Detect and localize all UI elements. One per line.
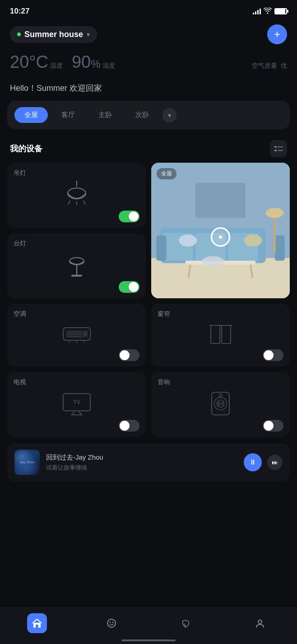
desk-lamp-toggle[interactable]	[119, 281, 139, 293]
tv-icon: TV	[61, 391, 93, 416]
add-button[interactable]: +	[267, 24, 287, 44]
svg-line-10	[84, 201, 85, 204]
status-time: 10:27	[10, 7, 29, 16]
tv-toggle-row	[14, 420, 139, 432]
status-bar: 10:27	[0, 0, 297, 20]
ceiling-light-label: 吊灯	[14, 169, 139, 177]
music-play-pause-button[interactable]: ⏸	[244, 453, 262, 471]
svg-rect-18	[275, 235, 285, 261]
music-player: Jay Zhou 回到过去-Jay Zhou 试着让故事继续 ⏸ ⏭	[7, 443, 290, 481]
home-nav-icon-wrap	[27, 613, 47, 633]
music-album-text: Jay Zhou	[20, 460, 35, 465]
curtain-toggle[interactable]	[263, 349, 283, 361]
svg-rect-28	[195, 183, 246, 218]
battery-icon	[274, 8, 287, 14]
location-name: Summer house	[24, 30, 83, 39]
ac-icon-area	[14, 322, 139, 347]
svg-point-7	[68, 188, 86, 199]
nav-item-face[interactable]	[98, 613, 125, 633]
music-info: 回到过去-Jay Zhou 试着让故事继续	[46, 453, 237, 472]
ac-toggle-row	[14, 349, 139, 361]
curtain-toggle-row	[158, 349, 283, 361]
tv-toggle[interactable]	[119, 420, 139, 432]
ceiling-light-toggle-row	[14, 211, 139, 222]
profile-nav-icon-wrap	[250, 613, 270, 633]
device-card-tv[interactable]: 电视 TV	[7, 372, 146, 437]
temperature-label: 温度	[50, 62, 63, 70]
filter-button[interactable]	[270, 140, 287, 157]
chevron-down-icon: ▾	[87, 31, 90, 38]
nav-item-home[interactable]	[23, 613, 51, 633]
header: Summer house ▾ +	[0, 20, 297, 49]
svg-rect-61	[36, 625, 38, 628]
humidity-value: 90	[72, 52, 91, 72]
nav-item-profile[interactable]	[246, 613, 274, 633]
location-selector[interactable]: Summer house ▾	[10, 26, 97, 43]
svg-rect-44	[211, 325, 220, 343]
svg-line-49	[72, 411, 74, 415]
tab-living-room[interactable]: 客厅	[51, 107, 85, 123]
device-card-camera[interactable]: 全屋	[151, 163, 290, 298]
air-quality: 空气质量 优	[252, 62, 287, 70]
svg-point-62	[107, 619, 116, 627]
svg-point-0	[275, 146, 277, 148]
svg-point-20	[244, 235, 262, 247]
air-quality-label: 空气质量	[252, 62, 277, 69]
ceiling-light-icon-area	[14, 181, 139, 208]
filter-icon	[274, 145, 283, 152]
svg-rect-17	[156, 235, 166, 261]
tab-second-bedroom[interactable]: 次卧	[125, 107, 159, 123]
profile-icon	[255, 618, 265, 628]
device-card-speaker[interactable]: 音响	[151, 372, 290, 437]
humidity-label: 湿度	[102, 62, 115, 70]
desk-lamp-icon	[63, 251, 90, 278]
humidity-percent: %	[91, 58, 100, 71]
bottom-nav	[0, 607, 297, 644]
signal-icon	[253, 8, 261, 14]
svg-point-30	[219, 235, 222, 239]
ceiling-light-toggle[interactable]	[119, 211, 139, 222]
speaker-label: 音响	[158, 378, 283, 386]
ac-toggle[interactable]	[119, 349, 139, 361]
curtain-icon-area	[158, 322, 283, 347]
svg-rect-45	[222, 325, 231, 343]
svg-rect-31	[71, 275, 82, 277]
tab-more-button[interactable]: ▾	[162, 108, 176, 122]
svg-point-63	[109, 622, 111, 623]
svg-point-33	[70, 258, 84, 265]
speaker-toggle[interactable]	[263, 420, 283, 432]
device-card-desk-lamp[interactable]: 台灯	[7, 233, 146, 298]
device-card-curtain[interactable]: 窗帘	[151, 304, 290, 367]
ceiling-light-icon	[61, 181, 93, 208]
tab-all-rooms[interactable]: 全屋	[14, 107, 48, 123]
svg-point-66	[258, 620, 262, 624]
devices-section-header: 我的设备	[0, 136, 297, 163]
tv-icon-area: TV	[14, 390, 139, 417]
speaker-icon-area	[158, 390, 283, 417]
desk-lamp-toggle-row	[14, 281, 139, 293]
svg-rect-26	[274, 213, 275, 253]
devices-section-title: 我的设备	[10, 143, 42, 154]
curtain-label: 窗帘	[158, 310, 283, 318]
home-icon	[32, 618, 42, 628]
greeting-text: Hello！Summer 欢迎回家	[0, 79, 297, 101]
svg-point-64	[112, 622, 113, 623]
music-album-art: Jay Zhou	[14, 450, 40, 475]
face-icon	[107, 618, 116, 628]
desk-lamp-label: 台灯	[14, 240, 139, 248]
svg-line-50	[79, 411, 81, 415]
music-next-button[interactable]: ⏭	[267, 455, 283, 470]
nav-item-leaf[interactable]	[172, 613, 199, 633]
location-status-dot	[17, 33, 21, 36]
speaker-toggle-row	[158, 420, 283, 432]
leaf-nav-icon-wrap	[176, 613, 195, 633]
status-icons	[253, 8, 287, 15]
curtain-icon	[207, 322, 234, 347]
temperature-value: 20°C	[10, 52, 48, 72]
camera-room-badge: 全屋	[157, 168, 176, 179]
device-card-ac[interactable]: 空调	[7, 304, 146, 367]
speaker-icon	[208, 390, 233, 417]
svg-point-27	[266, 208, 284, 218]
device-card-ceiling-light[interactable]: 吊灯	[7, 163, 146, 228]
tab-master-bedroom[interactable]: 主卧	[88, 107, 122, 123]
